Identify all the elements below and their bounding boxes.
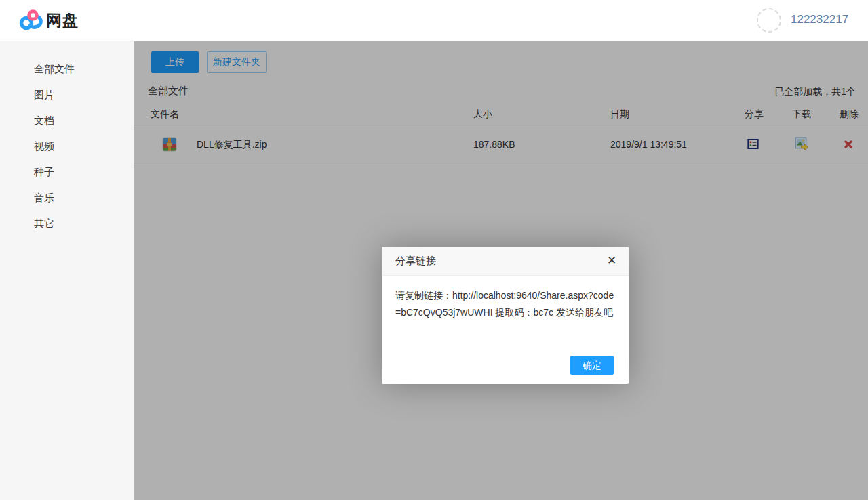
avatar[interactable] xyxy=(757,8,781,33)
sidebar-item-music[interactable]: 音乐 xyxy=(0,185,134,211)
share-link-text: 请复制链接：http://localhost:9640/Share.aspx?c… xyxy=(382,276,629,321)
netdisk-logo-icon xyxy=(19,9,43,32)
sidebar: 全部文件 图片 文档 视频 种子 音乐 其它 xyxy=(0,41,134,500)
dialog-title: 分享链接 xyxy=(395,247,436,275)
netdisk-page: 网盘 122232217 全部文件 图片 文档 视频 种子 音乐 其它 上传 新… xyxy=(0,0,868,500)
sidebar-item-documents[interactable]: 文档 xyxy=(0,108,134,133)
sidebar-item-images[interactable]: 图片 xyxy=(0,82,134,108)
share-link-dialog: 分享链接 ✕ 请复制链接：http://localhost:9640/Share… xyxy=(382,247,629,384)
sidebar-item-torrents[interactable]: 种子 xyxy=(0,159,134,185)
sidebar-item-others[interactable]: 其它 xyxy=(0,211,134,236)
sidebar-item-all-files[interactable]: 全部文件 xyxy=(0,56,134,82)
sidebar-item-videos[interactable]: 视频 xyxy=(0,133,134,159)
app-header: 网盘 122232217 xyxy=(0,0,868,41)
app-title: 网盘 xyxy=(46,10,79,31)
close-icon[interactable]: ✕ xyxy=(605,254,618,268)
confirm-button[interactable]: 确定 xyxy=(570,356,614,375)
dialog-titlebar: 分享链接 ✕ xyxy=(382,247,629,276)
user-id: 122232217 xyxy=(791,13,848,26)
